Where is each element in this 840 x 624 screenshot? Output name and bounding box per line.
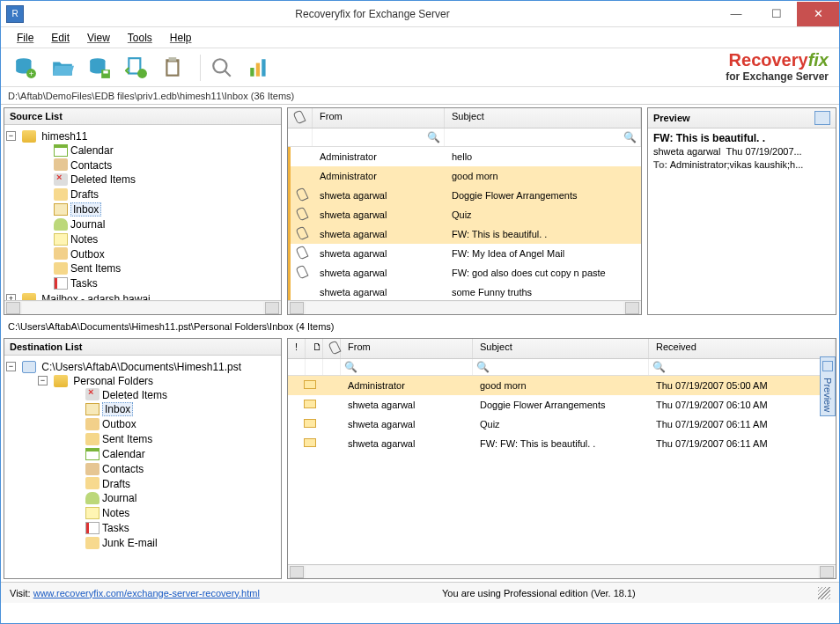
- col-type[interactable]: 🗋: [306, 339, 323, 358]
- mailbox-extra[interactable]: Mailbox - adarsh hawai: [41, 293, 150, 300]
- col-priority[interactable]: !: [288, 339, 306, 358]
- folder-open-button[interactable]: [47, 52, 78, 84]
- tree-item[interactable]: Contacts: [102, 463, 144, 475]
- mail-row[interactable]: shweta agarwalFW: My Idea of Angel Mail: [288, 244, 641, 263]
- tree-item[interactable]: Tasks: [102, 522, 129, 534]
- folder-open-icon: [51, 56, 74, 79]
- tree-item[interactable]: Journal: [102, 492, 136, 504]
- tree-item[interactable]: Drafts: [102, 477, 130, 489]
- col-subject[interactable]: Subject: [445, 108, 641, 128]
- tree-toggle[interactable]: −: [6, 362, 16, 371]
- col-from[interactable]: From: [313, 108, 445, 128]
- menu-file[interactable]: File: [10, 30, 41, 46]
- col-from[interactable]: From: [341, 339, 473, 358]
- folder-icon: [85, 388, 99, 400]
- tree-item[interactable]: Journal: [70, 218, 105, 231]
- mail-scrollbar[interactable]: [288, 300, 641, 314]
- search-received-icon[interactable]: 🔍: [652, 361, 666, 373]
- col-attachment[interactable]: [323, 339, 341, 358]
- scroll-right-icon[interactable]: [265, 302, 279, 314]
- tree-item[interactable]: Outbox: [102, 418, 136, 430]
- search-subject-icon[interactable]: 🔍: [623, 130, 637, 144]
- dest-from: shweta agarwal: [341, 400, 473, 410]
- mail-row[interactable]: shweta agarwalsome Funny truths: [288, 283, 641, 300]
- close-button[interactable]: ✕: [797, 2, 839, 26]
- tree-item[interactable]: Calendar: [102, 448, 145, 460]
- tree-item[interactable]: Junk E-mail: [102, 537, 158, 549]
- tree-toggle[interactable]: −: [6, 131, 16, 141]
- db-save-button[interactable]: [84, 52, 115, 84]
- search-from-icon[interactable]: 🔍: [344, 361, 357, 373]
- tree-item[interactable]: Tasks: [70, 277, 98, 290]
- tree-item[interactable]: Notes: [102, 507, 129, 519]
- tree-item[interactable]: Inbox: [70, 202, 101, 217]
- scroll-right-icon[interactable]: [625, 302, 639, 314]
- dest-mail-row[interactable]: Administratorgood mornThu 07/19/2007 05:…: [288, 376, 836, 395]
- scroll-right-icon[interactable]: [820, 566, 834, 578]
- dest-mail-row[interactable]: shweta agarwalDoggie Flower Arrangements…: [288, 395, 836, 415]
- dest-scrollbar[interactable]: [288, 564, 836, 578]
- pst-path[interactable]: C:\Users\AftabA\Documents\Himesh11.pst: [41, 361, 241, 373]
- menu-view[interactable]: View: [80, 30, 117, 46]
- search-from-icon[interactable]: 🔍: [426, 130, 440, 144]
- preview-date: Thu 07/19/2007...: [726, 146, 801, 157]
- dest-subject: Quiz: [473, 419, 649, 429]
- menu-help[interactable]: Help: [163, 30, 199, 46]
- tree-item[interactable]: Notes: [70, 233, 98, 246]
- dest-mail-row[interactable]: shweta agarwalFW: FW: This is beautiful.…: [288, 434, 836, 453]
- tree-item[interactable]: Contacts: [70, 158, 112, 171]
- col-received[interactable]: Received: [649, 339, 836, 358]
- status-url-link[interactable]: www.recoveryfix.com/exchange-server-reco…: [33, 588, 260, 598]
- resize-grip-icon[interactable]: [818, 587, 830, 599]
- source-scrollbar[interactable]: [4, 300, 281, 314]
- preview-vertical-tab[interactable]: Preview: [820, 356, 836, 416]
- source-path-bar: D:\Aftab\DemoFiles\EDB files\priv1.edb\h…: [1, 87, 839, 105]
- menu-tools[interactable]: Tools: [121, 30, 159, 46]
- tree-item[interactable]: Drafts: [70, 188, 99, 201]
- scroll-left-icon[interactable]: [290, 302, 304, 314]
- clipboard-icon: [162, 56, 185, 79]
- folder-icon: [85, 477, 99, 489]
- folder-icon: [85, 507, 99, 519]
- search-subject-icon[interactable]: 🔍: [476, 361, 490, 373]
- mail-subject: Doggie Flower Arrangements: [445, 190, 641, 201]
- personal-folders[interactable]: Personal Folders: [73, 375, 153, 387]
- maximize-button[interactable]: ☐: [756, 2, 797, 26]
- scroll-left-icon[interactable]: [6, 302, 20, 314]
- dest-mail-row[interactable]: shweta agarwalQuizThu 07/19/2007 06:11 A…: [288, 415, 836, 434]
- mail-from: shweta agarwal: [313, 268, 445, 278]
- tree-item[interactable]: Sent Items: [70, 262, 121, 275]
- tree-item[interactable]: Outbox: [70, 247, 105, 260]
- mail-row[interactable]: Administratorhello: [288, 147, 641, 166]
- tree-item[interactable]: Inbox: [102, 402, 133, 416]
- tree-item[interactable]: Deleted Items: [70, 173, 136, 186]
- minimize-button[interactable]: —: [716, 2, 756, 26]
- mail-row[interactable]: shweta agarwalFW: god also does cut copy…: [288, 263, 641, 283]
- paste-button[interactable]: [158, 52, 189, 84]
- tree-item[interactable]: Deleted Items: [102, 388, 167, 400]
- mail-row[interactable]: shweta agarwalFW: This is beautiful. .: [288, 224, 641, 244]
- mail-row[interactable]: shweta agarwalQuiz: [288, 205, 641, 224]
- tree-item[interactable]: Sent Items: [102, 433, 152, 445]
- db-add-button[interactable]: +: [10, 52, 41, 84]
- mailbox-root[interactable]: himesh11: [41, 130, 87, 143]
- mail-row[interactable]: shweta agarwalDoggie Flower Arrangements: [288, 186, 641, 205]
- destination-tree[interactable]: − C:\Users\AftabA\Documents\Himesh11.pst…: [6, 359, 279, 552]
- chart-button[interactable]: [243, 52, 275, 84]
- search-button[interactable]: [206, 52, 238, 84]
- dest-mail-header: ! 🗋 From Subject Received: [288, 339, 836, 359]
- tree-item[interactable]: Calendar: [70, 144, 114, 157]
- mail-row[interactable]: Administratorgood morn: [288, 166, 641, 186]
- menu-edit[interactable]: Edit: [44, 30, 77, 46]
- tree-toggle[interactable]: +: [6, 294, 16, 300]
- mail-list-body[interactable]: AdministratorhelloAdministratorgood morn…: [288, 147, 641, 300]
- col-attachment[interactable]: [288, 108, 313, 128]
- preview-tab-icon: [822, 361, 833, 371]
- file-export-button[interactable]: [121, 52, 152, 84]
- source-tree[interactable]: − himesh11 CalendarContactsDeleted Items…: [6, 128, 279, 300]
- tree-toggle[interactable]: −: [38, 376, 48, 385]
- col-subject[interactable]: Subject: [473, 339, 649, 358]
- preview-toggle-button[interactable]: [814, 111, 830, 125]
- dest-mail-body[interactable]: Administratorgood mornThu 07/19/2007 05:…: [288, 376, 836, 564]
- scroll-left-icon[interactable]: [290, 566, 304, 578]
